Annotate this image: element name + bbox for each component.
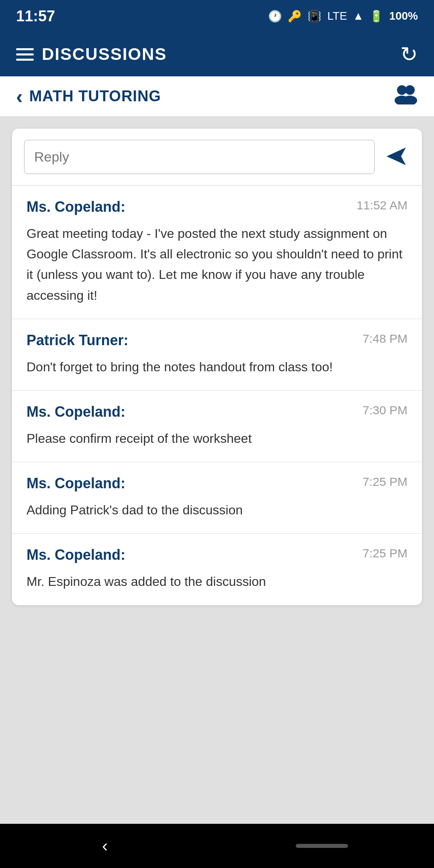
signal-icon: LTE (327, 10, 347, 23)
message-author: Ms. Copeland: (27, 475, 125, 492)
message-author: Ms. Copeland: (27, 199, 125, 215)
message-time: 11:52 AM (356, 199, 407, 212)
message-body: Please confirm receipt of the worksheet (27, 428, 407, 449)
battery-icon: 🔋 (369, 10, 383, 23)
message-author: Ms. Copeland: (27, 547, 125, 563)
message-body: Great meeting today - I've posted the ne… (27, 223, 407, 306)
wifi-icon: ▲ (353, 10, 364, 23)
message-author: Ms. Copeland: (27, 403, 125, 420)
app-bar: DISCUSSIONS ↻ (0, 32, 434, 76)
key-icon: 🔑 (288, 10, 302, 23)
message-body: Mr. Espinoza was added to the discussion (27, 571, 407, 592)
message-header: Ms. Copeland: 7:25 PM (27, 547, 407, 563)
message-time: 7:25 PM (362, 547, 407, 560)
status-bar: 11:57 🕐 🔑 📳 LTE ▲ 🔋 100% (0, 0, 434, 32)
message-time: 7:30 PM (362, 403, 407, 417)
discussions-card: Ms. Copeland: 11:52 AM Great meeting tod… (12, 129, 422, 605)
send-button[interactable] (383, 143, 410, 171)
svg-marker-4 (387, 147, 406, 165)
message-item: Ms. Copeland: 7:30 PM Please confirm rec… (12, 391, 422, 462)
vibrate-icon: 📳 (307, 10, 321, 23)
nav-bar: ‹ (0, 824, 434, 868)
messages-list: Ms. Copeland: 11:52 AM Great meeting tod… (12, 186, 422, 605)
people-icon[interactable] (394, 84, 418, 109)
message-header: Ms. Copeland: 7:30 PM (27, 403, 407, 420)
page-title: MATH TUTORING (29, 88, 161, 105)
svg-point-1 (405, 85, 415, 95)
reply-area (12, 129, 422, 186)
message-header: Ms. Copeland: 11:52 AM (27, 199, 407, 215)
message-item: Patrick Turner: 7:48 PM Don't forget to … (12, 319, 422, 391)
back-button[interactable]: ‹ (16, 85, 23, 108)
app-bar-left: DISCUSSIONS (16, 45, 167, 64)
app-title: DISCUSSIONS (42, 45, 167, 64)
message-time: 7:25 PM (362, 475, 407, 489)
status-icons: 🕐 🔑 📳 LTE ▲ 🔋 100% (268, 10, 418, 23)
hamburger-line-2 (16, 53, 34, 55)
main-content: Ms. Copeland: 11:52 AM Great meeting tod… (0, 117, 434, 824)
sub-header: ‹ MATH TUTORING (0, 76, 434, 117)
status-time: 11:57 (16, 8, 55, 25)
message-item: Ms. Copeland: 11:52 AM Great meeting tod… (12, 186, 422, 319)
hamburger-line-3 (16, 59, 34, 61)
message-header: Patrick Turner: 7:48 PM (27, 332, 407, 349)
message-author: Patrick Turner: (27, 332, 128, 349)
message-item: Ms. Copeland: 7:25 PM Adding Patrick's d… (12, 462, 422, 534)
battery-text: 100% (389, 10, 418, 23)
alarm-icon: 🕐 (268, 10, 282, 23)
nav-back-button[interactable]: ‹ (86, 832, 124, 860)
sub-header-left: ‹ MATH TUTORING (16, 85, 161, 108)
message-item: Ms. Copeland: 7:25 PM Mr. Espinoza was a… (12, 534, 422, 605)
nav-home-pill[interactable] (296, 844, 348, 848)
message-body: Don't forget to bring the notes handout … (27, 357, 407, 377)
message-body: Adding Patrick's dad to the discussion (27, 500, 407, 520)
reply-input[interactable] (24, 140, 375, 174)
message-time: 7:48 PM (362, 332, 407, 346)
message-header: Ms. Copeland: 7:25 PM (27, 475, 407, 492)
hamburger-line-1 (16, 48, 34, 50)
refresh-button[interactable]: ↻ (400, 42, 418, 66)
hamburger-menu[interactable] (16, 48, 34, 61)
